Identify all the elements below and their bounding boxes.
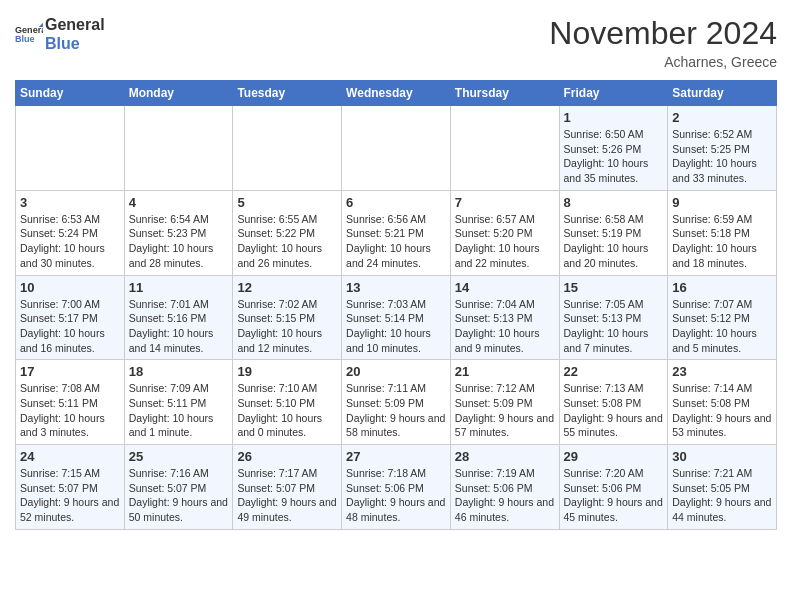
calendar-cell: 8Sunrise: 6:58 AMSunset: 5:19 PMDaylight… bbox=[559, 190, 668, 275]
column-header-tuesday: Tuesday bbox=[233, 81, 342, 106]
day-number: 23 bbox=[672, 364, 772, 379]
calendar-cell bbox=[124, 106, 233, 191]
day-number: 25 bbox=[129, 449, 229, 464]
calendar-cell bbox=[342, 106, 451, 191]
day-info-line: Sunrise: 6:54 AM bbox=[129, 212, 229, 227]
day-info-line: Daylight: 10 hours and 1 minute. bbox=[129, 411, 229, 440]
day-number: 3 bbox=[20, 195, 120, 210]
calendar-cell: 4Sunrise: 6:54 AMSunset: 5:23 PMDaylight… bbox=[124, 190, 233, 275]
day-info-line: Sunrise: 7:13 AM bbox=[564, 381, 664, 396]
day-info-line: Daylight: 10 hours and 33 minutes. bbox=[672, 156, 772, 185]
day-info-line: Sunset: 5:08 PM bbox=[564, 396, 664, 411]
day-info-line: Daylight: 9 hours and 50 minutes. bbox=[129, 495, 229, 524]
calendar-cell: 24Sunrise: 7:15 AMSunset: 5:07 PMDayligh… bbox=[16, 445, 125, 530]
column-header-sunday: Sunday bbox=[16, 81, 125, 106]
day-number: 15 bbox=[564, 280, 664, 295]
calendar-cell: 1Sunrise: 6:50 AMSunset: 5:26 PMDaylight… bbox=[559, 106, 668, 191]
day-info-line: Sunrise: 6:50 AM bbox=[564, 127, 664, 142]
day-number: 13 bbox=[346, 280, 446, 295]
calendar-cell: 29Sunrise: 7:20 AMSunset: 5:06 PMDayligh… bbox=[559, 445, 668, 530]
day-number: 1 bbox=[564, 110, 664, 125]
day-info-line: Daylight: 9 hours and 53 minutes. bbox=[672, 411, 772, 440]
day-number: 7 bbox=[455, 195, 555, 210]
day-info-line: Sunset: 5:24 PM bbox=[20, 226, 120, 241]
day-info-line: Daylight: 10 hours and 35 minutes. bbox=[564, 156, 664, 185]
day-number: 17 bbox=[20, 364, 120, 379]
day-number: 27 bbox=[346, 449, 446, 464]
svg-text:Blue: Blue bbox=[15, 35, 35, 45]
column-header-monday: Monday bbox=[124, 81, 233, 106]
week-row-3: 17Sunrise: 7:08 AMSunset: 5:11 PMDayligh… bbox=[16, 360, 777, 445]
day-info-line: Daylight: 10 hours and 20 minutes. bbox=[564, 241, 664, 270]
day-info-line: Sunset: 5:13 PM bbox=[564, 311, 664, 326]
calendar-cell bbox=[16, 106, 125, 191]
day-info-line: Sunrise: 7:04 AM bbox=[455, 297, 555, 312]
day-info-line: Sunset: 5:08 PM bbox=[672, 396, 772, 411]
calendar-cell: 13Sunrise: 7:03 AMSunset: 5:14 PMDayligh… bbox=[342, 275, 451, 360]
day-info-line: Sunset: 5:07 PM bbox=[237, 481, 337, 496]
day-number: 21 bbox=[455, 364, 555, 379]
day-info-line: Daylight: 9 hours and 49 minutes. bbox=[237, 495, 337, 524]
calendar-cell bbox=[450, 106, 559, 191]
day-info-line: Sunset: 5:19 PM bbox=[564, 226, 664, 241]
day-info-line: Daylight: 9 hours and 44 minutes. bbox=[672, 495, 772, 524]
calendar-cell: 14Sunrise: 7:04 AMSunset: 5:13 PMDayligh… bbox=[450, 275, 559, 360]
day-info-line: Daylight: 10 hours and 0 minutes. bbox=[237, 411, 337, 440]
calendar-cell: 6Sunrise: 6:56 AMSunset: 5:21 PMDaylight… bbox=[342, 190, 451, 275]
day-info-line: Sunset: 5:09 PM bbox=[346, 396, 446, 411]
day-number: 20 bbox=[346, 364, 446, 379]
calendar-cell bbox=[233, 106, 342, 191]
day-info-line: Daylight: 10 hours and 22 minutes. bbox=[455, 241, 555, 270]
day-info-line: Daylight: 9 hours and 57 minutes. bbox=[455, 411, 555, 440]
day-number: 30 bbox=[672, 449, 772, 464]
svg-text:General: General bbox=[15, 25, 43, 35]
day-info-line: Daylight: 9 hours and 52 minutes. bbox=[20, 495, 120, 524]
day-info-line: Sunset: 5:06 PM bbox=[564, 481, 664, 496]
day-info-line: Sunrise: 7:14 AM bbox=[672, 381, 772, 396]
day-number: 9 bbox=[672, 195, 772, 210]
day-info-line: Sunset: 5:11 PM bbox=[129, 396, 229, 411]
day-number: 19 bbox=[237, 364, 337, 379]
location: Acharnes, Greece bbox=[549, 54, 777, 70]
day-info-line: Sunset: 5:26 PM bbox=[564, 142, 664, 157]
day-info-line: Sunset: 5:23 PM bbox=[129, 226, 229, 241]
day-info-line: Sunset: 5:15 PM bbox=[237, 311, 337, 326]
logo: General Blue General Blue bbox=[15, 15, 105, 53]
calendar-cell: 10Sunrise: 7:00 AMSunset: 5:17 PMDayligh… bbox=[16, 275, 125, 360]
header: General Blue General Blue November 2024 … bbox=[15, 15, 777, 70]
day-info-line: Sunset: 5:05 PM bbox=[672, 481, 772, 496]
day-number: 22 bbox=[564, 364, 664, 379]
day-number: 16 bbox=[672, 280, 772, 295]
day-info-line: Sunrise: 6:52 AM bbox=[672, 127, 772, 142]
calendar-cell: 20Sunrise: 7:11 AMSunset: 5:09 PMDayligh… bbox=[342, 360, 451, 445]
day-info-line: Sunset: 5:06 PM bbox=[346, 481, 446, 496]
calendar-cell: 27Sunrise: 7:18 AMSunset: 5:06 PMDayligh… bbox=[342, 445, 451, 530]
calendar-cell: 9Sunrise: 6:59 AMSunset: 5:18 PMDaylight… bbox=[668, 190, 777, 275]
day-info-line: Daylight: 10 hours and 10 minutes. bbox=[346, 326, 446, 355]
day-info-line: Daylight: 9 hours and 45 minutes. bbox=[564, 495, 664, 524]
day-number: 18 bbox=[129, 364, 229, 379]
day-number: 28 bbox=[455, 449, 555, 464]
day-number: 11 bbox=[129, 280, 229, 295]
day-info-line: Sunrise: 6:55 AM bbox=[237, 212, 337, 227]
calendar-cell: 15Sunrise: 7:05 AMSunset: 5:13 PMDayligh… bbox=[559, 275, 668, 360]
day-info-line: Sunrise: 7:19 AM bbox=[455, 466, 555, 481]
day-number: 6 bbox=[346, 195, 446, 210]
calendar-cell: 2Sunrise: 6:52 AMSunset: 5:25 PMDaylight… bbox=[668, 106, 777, 191]
day-info-line: Sunrise: 7:08 AM bbox=[20, 381, 120, 396]
day-number: 5 bbox=[237, 195, 337, 210]
day-info-line: Sunset: 5:11 PM bbox=[20, 396, 120, 411]
day-info-line: Daylight: 9 hours and 48 minutes. bbox=[346, 495, 446, 524]
calendar-cell: 16Sunrise: 7:07 AMSunset: 5:12 PMDayligh… bbox=[668, 275, 777, 360]
day-info-line: Sunset: 5:16 PM bbox=[129, 311, 229, 326]
week-row-4: 24Sunrise: 7:15 AMSunset: 5:07 PMDayligh… bbox=[16, 445, 777, 530]
week-row-1: 3Sunrise: 6:53 AMSunset: 5:24 PMDaylight… bbox=[16, 190, 777, 275]
day-number: 14 bbox=[455, 280, 555, 295]
column-header-friday: Friday bbox=[559, 81, 668, 106]
calendar-cell: 18Sunrise: 7:09 AMSunset: 5:11 PMDayligh… bbox=[124, 360, 233, 445]
day-info-line: Sunrise: 6:58 AM bbox=[564, 212, 664, 227]
logo-blue-text: Blue bbox=[45, 34, 105, 53]
day-info-line: Sunrise: 7:02 AM bbox=[237, 297, 337, 312]
logo-icon: General Blue bbox=[15, 20, 43, 48]
calendar-body: 1Sunrise: 6:50 AMSunset: 5:26 PMDaylight… bbox=[16, 106, 777, 530]
